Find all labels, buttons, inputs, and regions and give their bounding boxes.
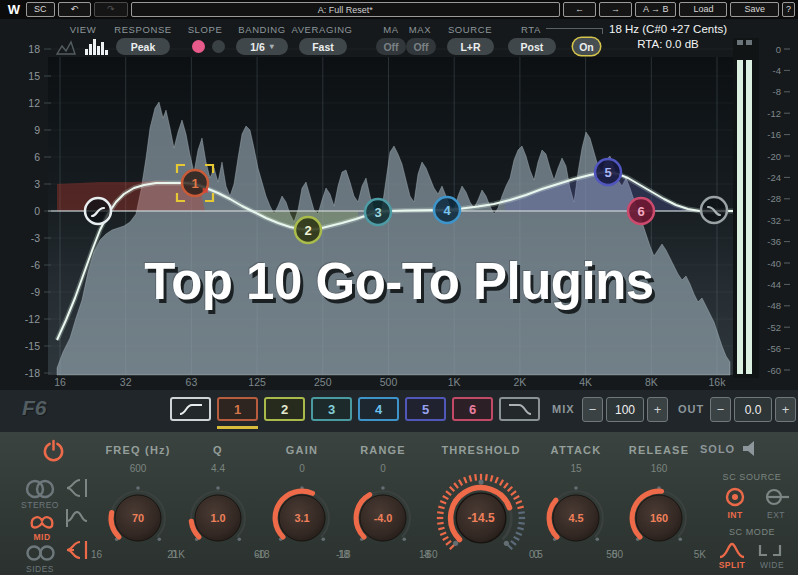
ma-label: MA xyxy=(383,24,398,35)
freq-axis-label: 16k xyxy=(709,376,727,388)
stereo-icon[interactable] xyxy=(22,478,58,500)
max-toggle[interactable]: Off xyxy=(406,38,436,55)
band-5-marker[interactable]: 5 xyxy=(595,159,621,185)
redo-icon[interactable]: ↷ xyxy=(94,2,128,17)
meter-scale-label: -52 xyxy=(767,322,781,333)
knob-value: 4.5 xyxy=(568,512,583,524)
knob-min-label: -18 xyxy=(336,549,350,560)
band-2-marker[interactable]: 2 xyxy=(295,217,321,243)
svg-text:6: 6 xyxy=(637,204,644,219)
sc-source-ext-icon[interactable] xyxy=(764,486,790,508)
knob-value: -14.5 xyxy=(467,511,495,525)
mid-icon[interactable] xyxy=(28,510,56,530)
output-meter-right xyxy=(746,60,752,374)
undo-icon[interactable]: ↶ xyxy=(58,2,92,17)
view-label: VIEW xyxy=(70,24,97,35)
sc-mode-wide-icon[interactable] xyxy=(756,544,784,558)
preset-field[interactable]: A: Full Reset* xyxy=(131,2,560,17)
knob-min-label: -18 xyxy=(255,549,269,560)
freq-axis-label: 250 xyxy=(314,376,332,388)
band-4-marker[interactable]: 4 xyxy=(434,197,460,223)
meter-scale-label: -24 xyxy=(767,172,781,183)
db-axis-label: -15 xyxy=(25,340,40,352)
save-button[interactable]: Save xyxy=(730,2,779,17)
knob-range[interactable]: -4.0 xyxy=(351,486,415,550)
solo-label: SOLO xyxy=(700,443,735,455)
chevron-down-icon: ▾ xyxy=(270,42,274,51)
out-minus-button[interactable]: − xyxy=(710,397,731,422)
cursor-freq-readout: 18 Hz (C#0 +27 Cents) xyxy=(598,22,738,37)
band-2-button[interactable]: 2 xyxy=(264,397,305,421)
db-axis-label: 12 xyxy=(28,97,40,109)
band-4-button[interactable]: 4 xyxy=(358,397,399,421)
banding-selector[interactable]: 1/6 ▾ xyxy=(236,38,288,55)
sc-source-label: SC SOURCE xyxy=(723,472,782,482)
band-1-button[interactable]: 1 xyxy=(217,397,258,421)
band-6-marker[interactable]: 6 xyxy=(628,198,654,224)
svg-text:2: 2 xyxy=(304,223,311,238)
band-strip: F6 123456 MIX − 100 + OUT − 0.0 + xyxy=(0,390,798,432)
mix-value[interactable]: 100 xyxy=(606,397,644,422)
sc-mode-split-icon[interactable] xyxy=(718,542,746,559)
hpf-marker[interactable] xyxy=(85,198,111,224)
band-parameters-panel: STEREO MID SIDES FREQ (Hz)600701621KQ4.4… xyxy=(0,432,798,575)
freq-axis-label: 1K xyxy=(448,376,461,388)
source-selector[interactable]: L+R xyxy=(447,38,494,55)
knob-value: 3.1 xyxy=(294,512,309,524)
meter-scale-label: -60 xyxy=(767,365,781,376)
band-6-button[interactable]: 6 xyxy=(452,397,493,421)
a-to-b-button[interactable]: A → B xyxy=(635,2,677,17)
next-preset-icon[interactable]: → xyxy=(599,2,632,17)
output-meter-left xyxy=(737,60,743,374)
ma-toggle[interactable]: Off xyxy=(376,38,406,55)
f6-plugin-window: W SC ↶ ↷ A: Full Reset* ← → A → B Load S… xyxy=(0,0,798,575)
knob-value: 160 xyxy=(650,512,668,524)
mix-minus-button[interactable]: − xyxy=(582,397,603,422)
slope-dot-inactive[interactable] xyxy=(212,40,225,53)
rta-pre-post-selector[interactable]: Post xyxy=(508,38,556,55)
sc-mode-label: SC MODE xyxy=(729,527,775,537)
knob-release[interactable]: 160 xyxy=(627,486,691,550)
mix-plus-button[interactable]: + xyxy=(647,397,668,422)
knob-top-value: 160 xyxy=(599,463,719,474)
hpf-button[interactable] xyxy=(170,397,211,421)
out-value[interactable]: 0.0 xyxy=(734,397,772,422)
help-button[interactable]: ? xyxy=(782,2,795,17)
svg-text:5: 5 xyxy=(604,165,611,180)
slope-dot-active[interactable] xyxy=(192,40,205,53)
freq-axis-label: 4K xyxy=(579,376,592,388)
prev-preset-icon[interactable]: ← xyxy=(563,2,596,17)
eq-graph[interactable]: 1815129630-3-6-9-12-15-18163263125250500… xyxy=(0,38,798,390)
sidechain-button[interactable]: SC xyxy=(26,2,55,17)
response-selector[interactable]: Peak xyxy=(116,38,170,55)
freq-axis-label: 2K xyxy=(513,376,526,388)
meter-scale-label: -8 xyxy=(773,86,781,97)
band-5-button[interactable]: 5 xyxy=(405,397,446,421)
out-plus-button[interactable]: + xyxy=(775,397,796,422)
cursor-readout: 18 Hz (C#0 +27 Cents) RTA: 0.0 dB xyxy=(598,22,738,52)
speaker-icon[interactable] xyxy=(742,440,759,457)
band-1-selected-underline xyxy=(217,426,258,429)
sc-source-int-icon[interactable] xyxy=(724,486,746,508)
band-3-button[interactable]: 3 xyxy=(311,397,352,421)
band-3-marker[interactable]: 3 xyxy=(365,199,391,225)
lpf-marker[interactable] xyxy=(701,197,727,223)
averaging-selector[interactable]: Fast xyxy=(299,38,347,55)
lpf-button[interactable] xyxy=(499,397,540,421)
knob-value: 1.0 xyxy=(210,512,225,524)
sc-source-int-label: INT xyxy=(727,510,742,520)
freq-axis-label: 32 xyxy=(120,376,132,388)
f6-logo: F6 xyxy=(22,396,47,420)
knob-q[interactable]: 1.0 xyxy=(186,486,250,550)
rta-on-toggle[interactable]: On xyxy=(573,38,600,55)
power-icon[interactable] xyxy=(42,439,65,462)
freq-axis-label: 500 xyxy=(380,376,398,388)
bars-view-icon[interactable] xyxy=(84,38,110,55)
area-view-icon[interactable] xyxy=(56,39,76,55)
titlebar: W SC ↶ ↷ A: Full Reset* ← → A → B Load S… xyxy=(0,0,798,19)
meter-scale-label: -12 xyxy=(767,108,781,119)
sides-icon[interactable] xyxy=(24,544,56,562)
mid-label: MID xyxy=(33,532,50,542)
knob-threshold[interactable]: -14.5 xyxy=(435,472,527,564)
load-button[interactable]: Load xyxy=(679,2,727,17)
